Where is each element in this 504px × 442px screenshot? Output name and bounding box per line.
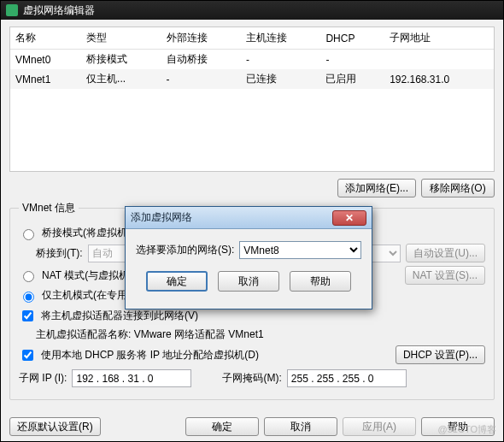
add-network-button[interactable]: 添加网络(E)... [337, 179, 416, 197]
apply-button[interactable]: 应用(A) [343, 417, 416, 436]
nat-mode-radio[interactable] [23, 271, 34, 282]
restore-defaults-button[interactable]: 还原默认设置(R) [9, 417, 101, 436]
cell-subnet: 192.168.31.0 [384, 69, 494, 89]
auto-settings-button[interactable]: 自动设置(U)... [406, 244, 485, 262]
cell-name: VMnet0 [10, 50, 81, 70]
dhcp-settings-button[interactable]: DHCP 设置(P)... [396, 345, 485, 364]
close-icon[interactable]: ✕ [332, 210, 366, 226]
app-icon [6, 4, 18, 16]
bridge-to-label: 桥接到(T): [36, 246, 83, 261]
subnet-mask-input[interactable]: 255 . 255 . 255 . 0 [287, 369, 407, 387]
col-subnet[interactable]: 子网地址 [384, 27, 494, 50]
host-adapter-name-label: 主机虚拟适配器名称: VMware 网络适配器 VMnet1 [36, 327, 264, 342]
hostonly-mode-radio[interactable] [23, 292, 34, 303]
connect-host-adapter-check[interactable] [22, 310, 33, 321]
network-table[interactable]: 名称 类型 外部连接 主机连接 DHCP 子网地址 VMnet0 桥接模式 自动… [9, 27, 495, 172]
cell-name: VMnet1 [10, 69, 81, 89]
col-dhcp[interactable]: DHCP [320, 27, 384, 50]
cell-subnet [384, 50, 494, 70]
cell-host: - [241, 50, 320, 70]
ok-button[interactable]: 确定 [185, 417, 259, 436]
subnet-mask-value: 255 . 255 . 255 . 0 [290, 373, 376, 385]
nat-settings-button[interactable]: NAT 设置(S)... [405, 266, 485, 285]
dialog-help-button[interactable]: 帮助 [290, 271, 351, 292]
select-network-dropdown[interactable]: VMnet8 [239, 241, 361, 259]
cell-ext: - [161, 69, 241, 89]
bridge-mode-radio[interactable] [23, 229, 34, 240]
select-network-label: 选择要添加的网络(S): [136, 243, 234, 257]
help-button[interactable]: 帮助 [421, 417, 495, 436]
cell-dhcp: - [320, 50, 384, 70]
virtual-network-editor-window: 虚拟网络编辑器 名称 类型 外部连接 主机连接 DHCP 子网地址 VM [0, 0, 504, 442]
col-name[interactable]: 名称 [10, 27, 81, 50]
remove-network-button[interactable]: 移除网络(O) [421, 179, 495, 197]
dialog-titlebar[interactable]: 添加虚拟网络 ✕ [126, 207, 372, 229]
subnet-ip-value: 192 . 168 . 31 . 0 [74, 373, 155, 385]
dialog-ok-button[interactable]: 确定 [146, 271, 208, 292]
footer-buttons: 还原默认设置(R) 确定 取消 应用(A) 帮助 [1, 412, 503, 442]
col-ext[interactable]: 外部连接 [161, 27, 241, 50]
subnet-mask-label: 子网掩码(M): [222, 371, 281, 386]
table-row[interactable]: VMnet0 桥接模式 自动桥接 - - [10, 50, 494, 70]
use-dhcp-label: 使用本地 DHCP 服务将 IP 地址分配给虚拟机(D) [41, 348, 390, 362]
cell-type: 仅主机... [81, 69, 161, 89]
cell-host: 已连接 [241, 69, 320, 89]
connect-host-adapter-label: 将主机虚拟适配器连接到此网络(V) [41, 309, 198, 323]
cell-dhcp: 已启用 [320, 69, 384, 89]
col-host[interactable]: 主机连接 [241, 27, 320, 50]
dialog-title: 添加虚拟网络 [131, 210, 332, 225]
subnet-ip-label: 子网 IP (I): [19, 371, 67, 386]
cell-type: 桥接模式 [81, 50, 161, 70]
table-row[interactable]: VMnet1 仅主机... - 已连接 已启用 192.168.31.0 [10, 69, 494, 89]
titlebar: 虚拟网络编辑器 [1, 1, 503, 20]
cell-ext: 自动桥接 [161, 50, 241, 70]
col-type[interactable]: 类型 [81, 27, 161, 50]
dialog-cancel-button[interactable]: 取消 [218, 271, 279, 292]
cancel-button[interactable]: 取消 [264, 417, 337, 436]
add-network-dialog: 添加虚拟网络 ✕ 选择要添加的网络(S): VMnet8 确定 取消 帮助 [125, 206, 372, 309]
vmnet-info-legend: VMnet 信息 [19, 201, 79, 215]
use-dhcp-check[interactable] [22, 350, 33, 361]
window-title: 虚拟网络编辑器 [23, 3, 95, 18]
subnet-ip-input[interactable]: 192 . 168 . 31 . 0 [72, 369, 191, 387]
